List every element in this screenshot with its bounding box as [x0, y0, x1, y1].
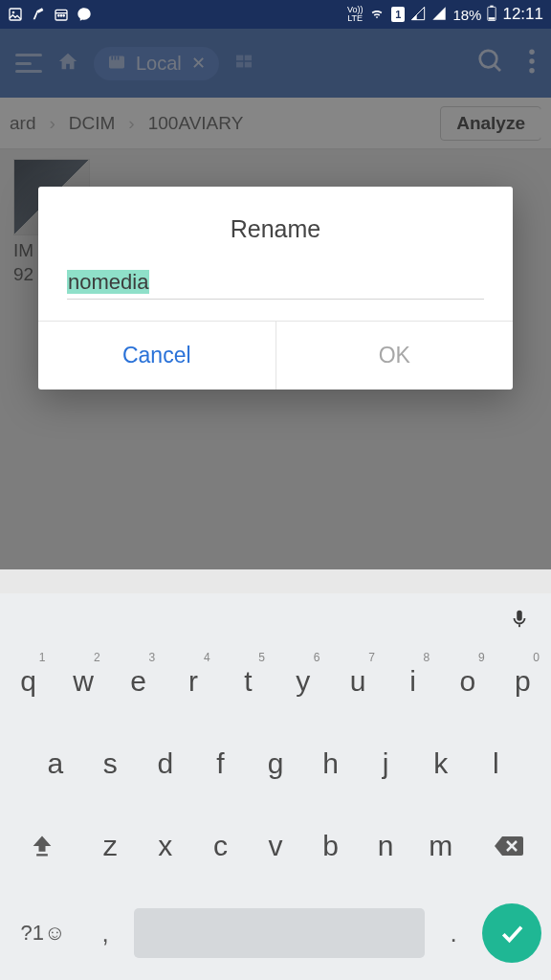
key-w[interactable]: w2	[58, 647, 107, 716]
svg-point-5	[60, 15, 61, 16]
calendar-icon	[54, 7, 69, 22]
key-j[interactable]: j	[361, 729, 410, 798]
key-m[interactable]: m	[416, 812, 466, 880]
signal-1-icon	[410, 6, 426, 24]
wifi-icon	[368, 6, 386, 24]
svg-point-4	[58, 15, 59, 16]
shift-key[interactable]	[4, 812, 79, 880]
svg-rect-8	[491, 5, 494, 7]
key-c[interactable]: c	[196, 812, 246, 880]
svg-rect-9	[489, 17, 496, 20]
key-y[interactable]: y6	[278, 647, 327, 716]
image-icon	[8, 7, 23, 22]
enter-key[interactable]	[482, 903, 541, 963]
ok-button[interactable]: OK	[276, 322, 514, 390]
key-s[interactable]: s	[86, 729, 136, 798]
key-o[interactable]: o9	[443, 647, 492, 716]
mic-icon[interactable]	[509, 605, 530, 635]
key-n[interactable]: n	[361, 812, 410, 880]
symbols-key[interactable]: ?1☺	[10, 921, 77, 946]
comma-key[interactable]: ,	[86, 919, 124, 948]
key-d[interactable]: d	[141, 729, 190, 798]
key-h[interactable]: h	[306, 729, 356, 798]
key-z[interactable]: z	[85, 812, 135, 880]
key-f[interactable]: f	[196, 729, 246, 798]
backspace-key[interactable]	[472, 812, 547, 880]
key-b[interactable]: b	[306, 812, 356, 880]
rename-input[interactable]: nomedia	[67, 266, 484, 300]
key-x[interactable]: x	[141, 812, 190, 880]
rename-dialog: Rename nomedia Cancel OK	[38, 187, 513, 390]
key-q[interactable]: q1	[4, 647, 53, 716]
key-v[interactable]: v	[251, 812, 300, 880]
cancel-button[interactable]: Cancel	[38, 322, 276, 390]
key-l[interactable]: l	[471, 729, 520, 798]
period-key[interactable]: .	[434, 919, 473, 948]
svg-point-1	[12, 11, 15, 14]
key-r[interactable]: r4	[168, 647, 217, 716]
sim-indicator: 1	[391, 7, 405, 22]
key-g[interactable]: g	[251, 729, 300, 798]
space-key[interactable]	[134, 908, 425, 958]
svg-point-6	[63, 15, 64, 16]
cleaner-icon	[31, 7, 46, 22]
key-e[interactable]: e3	[114, 647, 163, 716]
messenger-icon	[77, 7, 92, 22]
key-u[interactable]: u7	[333, 647, 382, 716]
clock-text: 12:11	[502, 5, 543, 24]
battery-percent: 18%	[452, 7, 481, 23]
status-bar: Vo))LTE 1 18% 12:11	[0, 0, 551, 29]
signal-2-icon	[431, 6, 447, 24]
volte-indicator: Vo))LTE	[347, 6, 364, 23]
soft-keyboard: q1w2e3r4t5y6u7i8o9p0 asdfghjkl zxcvbnm ?…	[0, 593, 551, 980]
battery-icon	[487, 5, 496, 25]
key-i[interactable]: i8	[388, 647, 437, 716]
key-k[interactable]: k	[416, 729, 466, 798]
dialog-title: Rename	[38, 187, 513, 266]
key-t[interactable]: t5	[224, 647, 273, 716]
svg-rect-24	[36, 854, 48, 856]
svg-rect-23	[518, 624, 520, 627]
key-p[interactable]: p0	[498, 647, 547, 716]
key-a[interactable]: a	[31, 729, 80, 798]
